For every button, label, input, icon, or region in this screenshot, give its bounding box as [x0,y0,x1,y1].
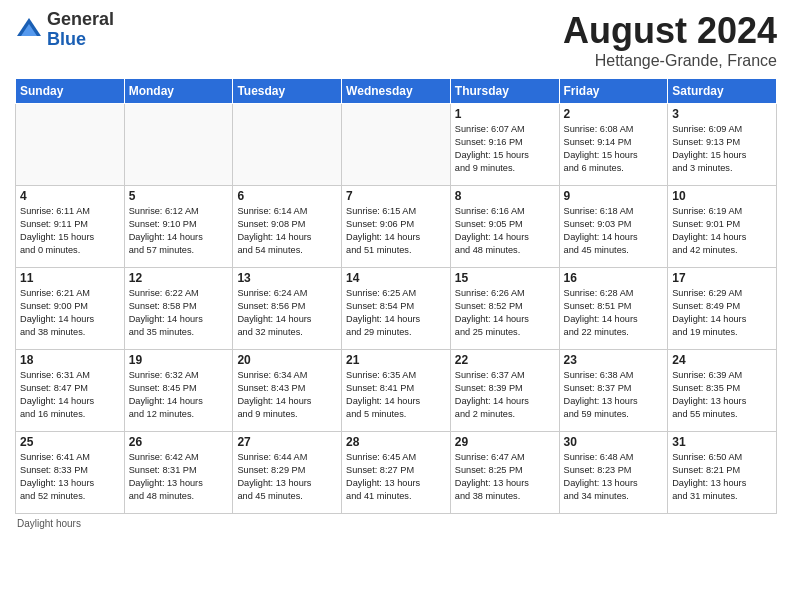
calendar-cell: 9Sunrise: 6:18 AM Sunset: 9:03 PM Daylig… [559,186,668,268]
day-number: 31 [672,435,772,449]
calendar-week-3: 11Sunrise: 6:21 AM Sunset: 9:00 PM Dayli… [16,268,777,350]
calendar-cell: 17Sunrise: 6:29 AM Sunset: 8:49 PM Dayli… [668,268,777,350]
day-info: Sunrise: 6:45 AM Sunset: 8:27 PM Dayligh… [346,451,446,503]
day-number: 30 [564,435,664,449]
calendar-cell: 30Sunrise: 6:48 AM Sunset: 8:23 PM Dayli… [559,432,668,514]
calendar-cell: 26Sunrise: 6:42 AM Sunset: 8:31 PM Dayli… [124,432,233,514]
logo: General Blue [15,10,114,50]
day-number: 13 [237,271,337,285]
day-info: Sunrise: 6:14 AM Sunset: 9:08 PM Dayligh… [237,205,337,257]
day-number: 4 [20,189,120,203]
day-number: 8 [455,189,555,203]
calendar-cell: 25Sunrise: 6:41 AM Sunset: 8:33 PM Dayli… [16,432,125,514]
day-number: 12 [129,271,229,285]
day-number: 21 [346,353,446,367]
day-number: 16 [564,271,664,285]
day-number: 27 [237,435,337,449]
calendar-cell: 2Sunrise: 6:08 AM Sunset: 9:14 PM Daylig… [559,104,668,186]
subtitle: Hettange-Grande, France [563,52,777,70]
calendar-cell [124,104,233,186]
day-number: 25 [20,435,120,449]
day-info: Sunrise: 6:07 AM Sunset: 9:16 PM Dayligh… [455,123,555,175]
day-info: Sunrise: 6:15 AM Sunset: 9:06 PM Dayligh… [346,205,446,257]
calendar-cell: 14Sunrise: 6:25 AM Sunset: 8:54 PM Dayli… [342,268,451,350]
calendar-cell: 8Sunrise: 6:16 AM Sunset: 9:05 PM Daylig… [450,186,559,268]
day-number: 11 [20,271,120,285]
calendar-cell: 23Sunrise: 6:38 AM Sunset: 8:37 PM Dayli… [559,350,668,432]
day-number: 3 [672,107,772,121]
calendar-cell: 10Sunrise: 6:19 AM Sunset: 9:01 PM Dayli… [668,186,777,268]
calendar-cell: 11Sunrise: 6:21 AM Sunset: 9:00 PM Dayli… [16,268,125,350]
day-info: Sunrise: 6:38 AM Sunset: 8:37 PM Dayligh… [564,369,664,421]
calendar-table: SundayMondayTuesdayWednesdayThursdayFrid… [15,78,777,514]
day-number: 20 [237,353,337,367]
day-info: Sunrise: 6:39 AM Sunset: 8:35 PM Dayligh… [672,369,772,421]
main-title: August 2024 [563,10,777,52]
calendar-cell: 28Sunrise: 6:45 AM Sunset: 8:27 PM Dayli… [342,432,451,514]
calendar-cell: 1Sunrise: 6:07 AM Sunset: 9:16 PM Daylig… [450,104,559,186]
day-info: Sunrise: 6:35 AM Sunset: 8:41 PM Dayligh… [346,369,446,421]
day-number: 26 [129,435,229,449]
calendar-header-row: SundayMondayTuesdayWednesdayThursdayFrid… [16,79,777,104]
calendar-cell: 31Sunrise: 6:50 AM Sunset: 8:21 PM Dayli… [668,432,777,514]
day-info: Sunrise: 6:29 AM Sunset: 8:49 PM Dayligh… [672,287,772,339]
calendar-cell: 7Sunrise: 6:15 AM Sunset: 9:06 PM Daylig… [342,186,451,268]
day-info: Sunrise: 6:44 AM Sunset: 8:29 PM Dayligh… [237,451,337,503]
calendar-cell: 13Sunrise: 6:24 AM Sunset: 8:56 PM Dayli… [233,268,342,350]
calendar-cell: 3Sunrise: 6:09 AM Sunset: 9:13 PM Daylig… [668,104,777,186]
calendar-header-sunday: Sunday [16,79,125,104]
day-number: 24 [672,353,772,367]
calendar-cell: 5Sunrise: 6:12 AM Sunset: 9:10 PM Daylig… [124,186,233,268]
day-info: Sunrise: 6:25 AM Sunset: 8:54 PM Dayligh… [346,287,446,339]
day-number: 23 [564,353,664,367]
day-info: Sunrise: 6:19 AM Sunset: 9:01 PM Dayligh… [672,205,772,257]
day-number: 6 [237,189,337,203]
calendar-cell [16,104,125,186]
calendar-header-saturday: Saturday [668,79,777,104]
header: General Blue August 2024 Hettange-Grande… [15,10,777,70]
day-info: Sunrise: 6:28 AM Sunset: 8:51 PM Dayligh… [564,287,664,339]
logo-text: General Blue [47,10,114,50]
day-info: Sunrise: 6:32 AM Sunset: 8:45 PM Dayligh… [129,369,229,421]
calendar-cell: 20Sunrise: 6:34 AM Sunset: 8:43 PM Dayli… [233,350,342,432]
day-info: Sunrise: 6:42 AM Sunset: 8:31 PM Dayligh… [129,451,229,503]
day-number: 15 [455,271,555,285]
day-number: 10 [672,189,772,203]
day-info: Sunrise: 6:47 AM Sunset: 8:25 PM Dayligh… [455,451,555,503]
calendar-cell: 16Sunrise: 6:28 AM Sunset: 8:51 PM Dayli… [559,268,668,350]
day-info: Sunrise: 6:22 AM Sunset: 8:58 PM Dayligh… [129,287,229,339]
calendar-cell: 18Sunrise: 6:31 AM Sunset: 8:47 PM Dayli… [16,350,125,432]
calendar-cell: 27Sunrise: 6:44 AM Sunset: 8:29 PM Dayli… [233,432,342,514]
day-info: Sunrise: 6:09 AM Sunset: 9:13 PM Dayligh… [672,123,772,175]
title-block: August 2024 Hettange-Grande, France [563,10,777,70]
calendar-cell: 24Sunrise: 6:39 AM Sunset: 8:35 PM Dayli… [668,350,777,432]
calendar-cell: 19Sunrise: 6:32 AM Sunset: 8:45 PM Dayli… [124,350,233,432]
calendar-cell: 22Sunrise: 6:37 AM Sunset: 8:39 PM Dayli… [450,350,559,432]
day-number: 9 [564,189,664,203]
day-info: Sunrise: 6:16 AM Sunset: 9:05 PM Dayligh… [455,205,555,257]
calendar-cell: 21Sunrise: 6:35 AM Sunset: 8:41 PM Dayli… [342,350,451,432]
day-number: 19 [129,353,229,367]
calendar-cell [342,104,451,186]
calendar-week-5: 25Sunrise: 6:41 AM Sunset: 8:33 PM Dayli… [16,432,777,514]
day-number: 5 [129,189,229,203]
page: General Blue August 2024 Hettange-Grande… [0,0,792,612]
calendar-header-tuesday: Tuesday [233,79,342,104]
calendar-cell: 29Sunrise: 6:47 AM Sunset: 8:25 PM Dayli… [450,432,559,514]
day-info: Sunrise: 6:26 AM Sunset: 8:52 PM Dayligh… [455,287,555,339]
day-info: Sunrise: 6:12 AM Sunset: 9:10 PM Dayligh… [129,205,229,257]
calendar-week-1: 1Sunrise: 6:07 AM Sunset: 9:16 PM Daylig… [16,104,777,186]
calendar-cell [233,104,342,186]
day-info: Sunrise: 6:37 AM Sunset: 8:39 PM Dayligh… [455,369,555,421]
day-info: Sunrise: 6:21 AM Sunset: 9:00 PM Dayligh… [20,287,120,339]
day-number: 18 [20,353,120,367]
day-number: 1 [455,107,555,121]
day-number: 17 [672,271,772,285]
day-info: Sunrise: 6:34 AM Sunset: 8:43 PM Dayligh… [237,369,337,421]
calendar-cell: 12Sunrise: 6:22 AM Sunset: 8:58 PM Dayli… [124,268,233,350]
calendar-cell: 4Sunrise: 6:11 AM Sunset: 9:11 PM Daylig… [16,186,125,268]
day-number: 14 [346,271,446,285]
day-info: Sunrise: 6:24 AM Sunset: 8:56 PM Dayligh… [237,287,337,339]
day-number: 29 [455,435,555,449]
day-number: 22 [455,353,555,367]
